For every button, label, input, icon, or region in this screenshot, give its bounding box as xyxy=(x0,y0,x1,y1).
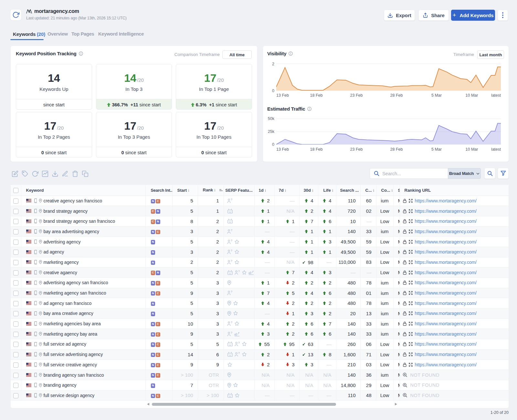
svg-text:?: ? xyxy=(231,321,232,324)
svg-text:?: ? xyxy=(231,239,232,242)
svg-text:?: ? xyxy=(231,260,232,263)
svg-text:?: ? xyxy=(238,352,240,355)
svg-text:?: ? xyxy=(231,198,232,201)
svg-text:?: ? xyxy=(231,290,232,293)
svg-text:?: ? xyxy=(231,249,232,252)
svg-text:?: ? xyxy=(231,331,232,334)
svg-text:?: ? xyxy=(238,341,240,344)
svg-text:?: ? xyxy=(238,270,240,273)
svg-text:?: ? xyxy=(231,229,232,232)
